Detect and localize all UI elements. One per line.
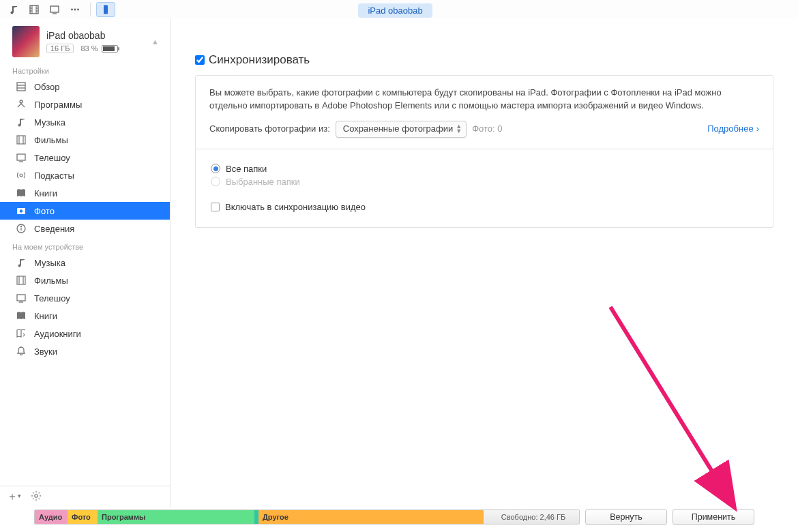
music-library-icon[interactable] [4, 2, 23, 17]
gear-icon[interactable] [31, 490, 42, 503]
movies-library-icon[interactable] [25, 2, 44, 17]
music-icon [15, 257, 27, 268]
svg-rect-0 [30, 5, 38, 14]
device-thumbnail [12, 26, 40, 57]
revert-button[interactable]: Вернуть [585, 509, 667, 525]
photo-count: Фото: 0 [472, 123, 502, 136]
opt-selected-label: Выбранные папки [226, 177, 300, 187]
battery-indicator: 83 % [80, 44, 117, 53]
eject-icon[interactable]: ▲ [149, 38, 162, 46]
svg-point-10 [74, 9, 76, 11]
sync-options-box: Все папки Выбранные папки Включать в син… [195, 149, 773, 228]
media-category-icons [0, 2, 115, 17]
ondev-books[interactable]: Книги [0, 307, 170, 325]
svg-rect-28 [17, 276, 25, 284]
more-libraries-icon[interactable] [65, 2, 85, 17]
info-icon [15, 223, 27, 234]
nav-label: Музыка [34, 258, 65, 268]
svg-point-27 [20, 226, 21, 226]
ondev-tones[interactable]: Звуки [0, 342, 170, 360]
ondev-tv[interactable]: Телешоу [0, 289, 170, 307]
storage-seg-photo: Фото [68, 510, 98, 524]
music-icon [15, 117, 27, 128]
svg-point-24 [20, 209, 23, 212]
sync-info-box: Вы можете выбрать, какие фотографии с ко… [195, 75, 773, 149]
tones-icon [15, 346, 27, 357]
sync-checkbox[interactable] [195, 55, 205, 65]
sync-header: Синхронизировать [195, 53, 773, 67]
nav-label: Книги [34, 311, 57, 321]
copy-source-row: Скопировать фотографии из: Сохраненные ф… [209, 121, 759, 138]
svg-rect-20 [17, 154, 25, 160]
storage-seg-apps: Программы [98, 510, 254, 524]
sync-help-text: Вы можете выбрать, какие фотографии с ко… [209, 87, 759, 113]
photos-icon [15, 205, 27, 216]
checkbox-include-video[interactable] [211, 203, 220, 211]
chevron-right-icon: › [756, 123, 759, 136]
ondev-music[interactable]: Музыка [0, 254, 170, 271]
nav-info[interactable]: Сведения [0, 220, 170, 237]
opt-all-folders[interactable]: Все папки [211, 164, 758, 174]
nav-apps[interactable]: Программы [0, 95, 170, 113]
storage-seg-other: Другое [258, 510, 484, 524]
nav-books[interactable]: Книги [0, 184, 170, 202]
audiobooks-icon [15, 328, 27, 339]
bottom-bar: Аудио Фото Программы Другое Свободно: 2,… [0, 507, 798, 527]
svg-rect-12 [104, 5, 108, 14]
toolbar-divider [90, 3, 91, 16]
radio-all-folders[interactable] [211, 164, 220, 173]
tv-icon [15, 152, 27, 163]
nav-label: Звуки [34, 346, 57, 357]
books-icon [15, 310, 27, 321]
device-icon[interactable] [96, 2, 115, 17]
nav-overview[interactable]: Обзор [0, 78, 170, 95]
nav-label: Аудиокниги [34, 329, 81, 339]
nav-podcasts[interactable]: Подкасты [0, 166, 170, 184]
copy-from-label: Скопировать фотографии из: [209, 123, 330, 136]
topbar-center: iPad obaobab [115, 1, 675, 18]
svg-rect-17 [17, 136, 25, 144]
tv-library-icon[interactable] [45, 2, 64, 17]
movies-icon [15, 134, 27, 145]
storage-bar: Аудио Фото Программы Другое Свободно: 2,… [34, 509, 580, 524]
svg-point-33 [35, 494, 38, 497]
nav-label: Книги [34, 188, 57, 198]
svg-rect-13 [17, 83, 25, 91]
storage-seg-audio: Аудио [35, 510, 68, 524]
svg-point-16 [20, 100, 23, 103]
stepper-icon: ▲▼ [456, 124, 462, 134]
nav-label: Фильмы [34, 135, 68, 145]
svg-point-9 [71, 9, 73, 11]
opt-include-video[interactable]: Включать в синхронизацию видео [211, 202, 758, 212]
learn-more-link[interactable]: Подробнее › [707, 123, 759, 136]
svg-rect-31 [17, 295, 25, 301]
svg-point-22 [20, 174, 23, 177]
device-name: iPad obaobab [46, 30, 149, 41]
nav-label: Телешоу [34, 153, 70, 163]
books-icon [15, 188, 27, 198]
podcasts-icon [15, 170, 27, 181]
nav-music[interactable]: Музыка [0, 113, 170, 131]
overview-icon [15, 81, 27, 92]
on-device-section-title: На моем устройстве [0, 237, 170, 254]
nav-tv[interactable]: Телешоу [0, 149, 170, 166]
nav-label: Фильмы [34, 276, 68, 286]
battery-icon [102, 45, 118, 53]
sidebar-footer: ＋▾ [0, 486, 170, 507]
device-tab[interactable]: iPad obaobab [358, 3, 432, 18]
apply-button[interactable]: Применить [673, 509, 754, 525]
nav-photos[interactable]: Фото [0, 202, 170, 220]
opt-all-label: Все папки [226, 164, 267, 174]
ondev-movies[interactable]: Фильмы [0, 271, 170, 289]
top-toolbar: iPad obaobab [0, 0, 798, 19]
add-icon[interactable]: ＋▾ [7, 490, 21, 504]
storage-seg-free: Свободно: 2,46 ГБ [484, 510, 579, 524]
sidebar: iPad obaobab 16 ГБ 83 % ▲ Настройки Обзо… [0, 19, 171, 507]
device-capacity: 16 ГБ [46, 44, 74, 53]
device-header: iPad obaobab 16 ГБ 83 % ▲ [0, 19, 170, 61]
ondev-audiobooks[interactable]: Аудиокниги [0, 325, 170, 342]
source-select[interactable]: Сохраненные фотографии ▲▼ [336, 121, 467, 138]
nav-label: Подкасты [34, 171, 74, 181]
nav-movies[interactable]: Фильмы [0, 131, 170, 149]
sync-title: Синхронизировать [209, 53, 310, 67]
